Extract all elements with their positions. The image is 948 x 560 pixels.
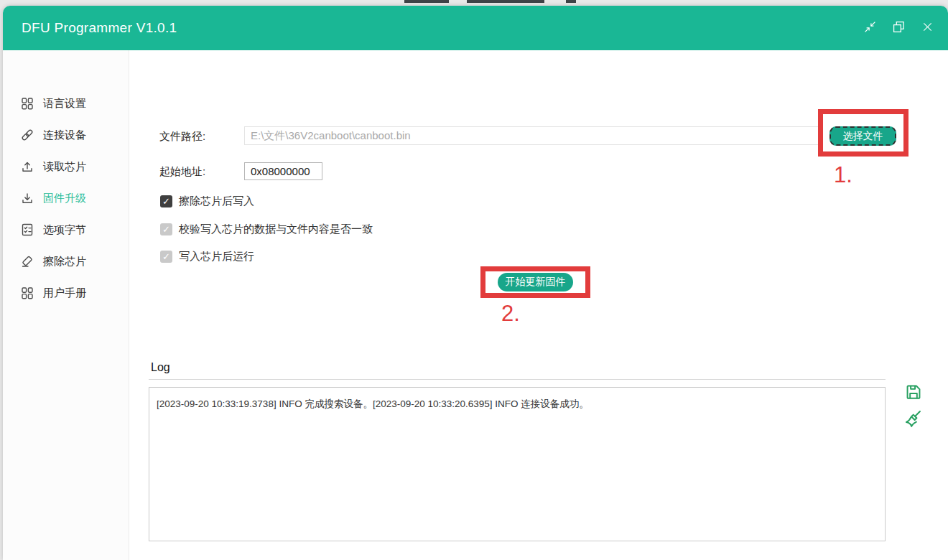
x-icon	[922, 22, 933, 35]
file-path-input[interactable]	[244, 126, 819, 145]
download-icon	[20, 191, 34, 205]
sidebar-item-label: 选项字节	[43, 223, 86, 237]
background-artifact	[566, 0, 576, 3]
close-button[interactable]	[916, 17, 938, 39]
checkbox-checked-disabled-icon: ✓	[160, 223, 172, 235]
log-entry: [2023-09-20 10:33:19.3738] INFO 完成搜索设备。[…	[157, 397, 878, 411]
overlapping-squares-icon	[893, 21, 905, 36]
collapse-arrows-icon	[864, 21, 876, 36]
start-address-label: 起始地址:	[159, 165, 205, 179]
checkbox-label: 写入芯片后运行	[179, 250, 254, 263]
grid-icon	[20, 286, 34, 300]
background-artifact	[404, 0, 449, 3]
checkbox-run-after-write: ✓ 写入芯片后运行	[160, 250, 254, 263]
log-output[interactable]: [2023-09-20 10:33:19.3738] INFO 完成搜索设备。[…	[149, 387, 886, 541]
main-panel: 文件路径: 选择文件 1. 起始地址: ✓ 擦除芯片后写入 ✓ 校验写入芯片的数…	[130, 50, 948, 560]
sidebar-item-label: 固件升级	[43, 192, 86, 205]
sidebar-item-read-chip[interactable]: 读取芯片	[3, 151, 129, 182]
eraser-icon	[20, 254, 34, 269]
checkbox-erase-before-write[interactable]: ✓ 擦除芯片后写入	[160, 195, 254, 208]
sidebar-item-label: 用户手册	[43, 286, 86, 300]
annotation-step-1: 1.	[834, 162, 852, 188]
sidebar-item-firmware-upgrade[interactable]: 固件升级	[3, 182, 129, 214]
sidebar: 语言设置 连接设备 读取芯片	[3, 50, 129, 560]
background-artifact	[467, 0, 544, 3]
sidebar-item-erase-chip[interactable]: 擦除芯片	[3, 246, 129, 277]
checkbox-label: 校验写入芯片的数据与文件内容是否一致	[179, 223, 373, 236]
start-firmware-update-button[interactable]: 开始更新固件	[498, 273, 573, 291]
title-bar[interactable]: DFU Programmer V1.0.1	[3, 6, 948, 50]
checklist-icon	[20, 223, 34, 237]
select-file-button[interactable]: 选择文件	[830, 126, 896, 146]
checkbox-verify-data: ✓ 校验写入芯片的数据与文件内容是否一致	[160, 223, 373, 236]
sidebar-item-connect-device[interactable]: 连接设备	[3, 119, 129, 151]
window-title: DFU Programmer V1.0.1	[22, 20, 177, 36]
minimize-button[interactable]	[859, 17, 880, 39]
log-divider	[149, 379, 886, 380]
maximize-restore-button[interactable]	[888, 17, 909, 39]
save-log-button[interactable]	[904, 383, 923, 401]
checkbox-label: 擦除芯片后写入	[179, 195, 254, 208]
link-icon	[20, 128, 34, 142]
screen: DFU Programmer V1.0.1	[0, 0, 948, 560]
sidebar-item-label: 语言设置	[43, 97, 86, 111]
brush-icon	[903, 418, 923, 430]
sidebar-item-language-settings[interactable]: 语言设置	[3, 88, 129, 119]
sidebar-item-label: 读取芯片	[43, 160, 86, 174]
checkbox-checked-disabled-icon: ✓	[160, 251, 172, 263]
sidebar-item-label: 连接设备	[43, 129, 86, 142]
app-window: DFU Programmer V1.0.1	[3, 6, 948, 560]
sidebar-item-user-manual[interactable]: 用户手册	[3, 277, 129, 309]
sidebar-item-label: 擦除芯片	[43, 255, 86, 269]
annotation-step-2: 2.	[501, 301, 520, 327]
window-controls	[859, 6, 938, 50]
grid-icon	[20, 96, 34, 111]
sidebar-menu: 语言设置 连接设备 读取芯片	[3, 88, 129, 309]
clear-log-button[interactable]	[903, 409, 922, 427]
checkbox-checked-icon: ✓	[160, 195, 172, 207]
save-icon	[904, 391, 923, 403]
file-path-label: 文件路径:	[159, 130, 205, 144]
upload-icon	[20, 159, 34, 174]
sidebar-item-option-bytes[interactable]: 选项字节	[3, 214, 129, 246]
log-section-title: Log	[151, 361, 170, 374]
start-address-input[interactable]	[244, 162, 322, 180]
